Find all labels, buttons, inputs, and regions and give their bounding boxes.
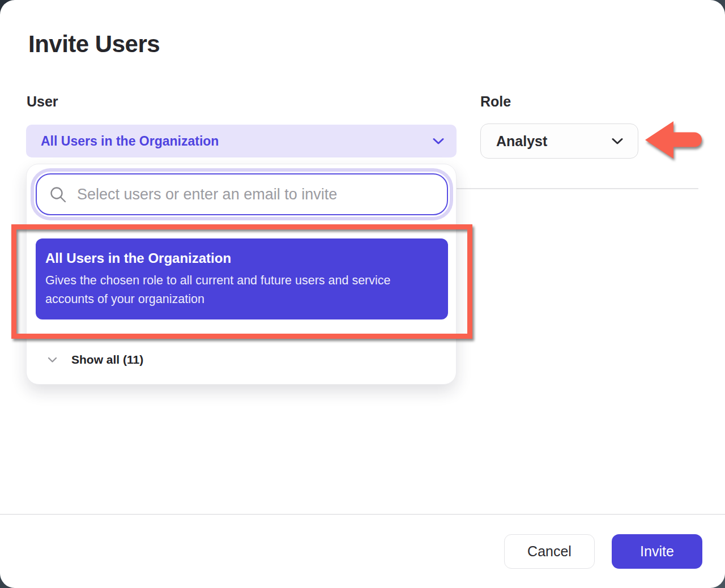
footer-divider [0,514,725,515]
chevron-down-icon [433,138,444,145]
role-label: Role [480,93,511,110]
user-search-box [36,173,448,215]
user-search-input[interactable] [76,185,436,204]
user-select-value: All Users in the Organization [41,134,433,149]
role-select[interactable]: Analyst [480,123,638,159]
show-all-toggle[interactable]: Show all (11) [48,351,143,368]
divider [457,188,698,189]
dropdown-option-title: All Users in the Organization [45,250,438,266]
user-label: User [27,93,58,110]
dropdown-option-description: Gives the chosen role to all current and… [45,271,438,309]
user-select[interactable]: All Users in the Organization [26,125,457,157]
invite-button[interactable]: Invite [612,534,702,569]
search-icon [49,186,67,203]
chevron-down-icon [612,138,623,145]
show-all-label: Show all (11) [71,353,143,367]
page-backdrop: Invite Users User Role All Users in the … [0,0,725,588]
red-arrow-annotation [643,118,710,162]
role-select-value: Analyst [496,133,612,150]
invite-users-modal: Invite Users User Role All Users in the … [0,0,725,588]
modal-title: Invite Users [28,31,160,58]
chevron-down-icon [48,357,57,363]
cancel-button[interactable]: Cancel [504,534,595,569]
user-dropdown-panel: All Users in the Organization Gives the … [26,164,457,385]
dropdown-option-all-users[interactable]: All Users in the Organization Gives the … [36,238,448,319]
